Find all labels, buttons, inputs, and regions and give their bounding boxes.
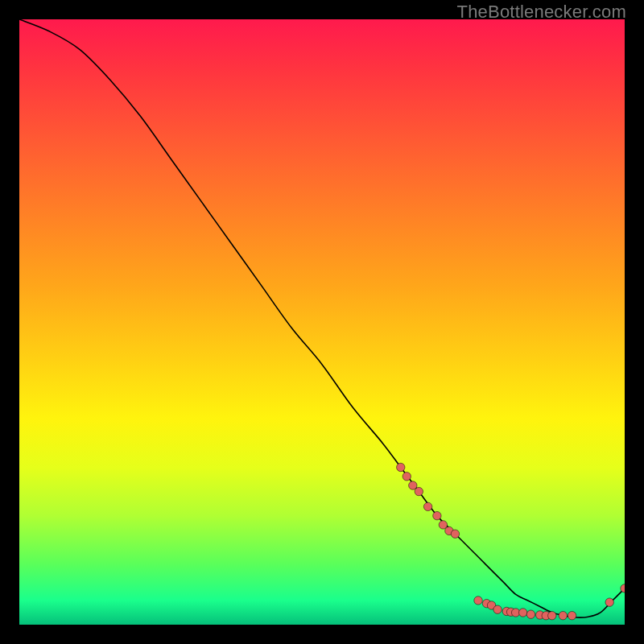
data-marker — [433, 511, 441, 519]
chart-svg — [19, 19, 625, 625]
data-marker — [451, 530, 459, 538]
bottleneck-curve — [19, 19, 625, 617]
markers-group — [397, 463, 625, 620]
chart-frame: TheBottlenecker.com — [0, 0, 644, 644]
data-marker — [605, 598, 613, 606]
data-marker — [415, 487, 423, 495]
data-marker — [409, 481, 417, 489]
data-marker — [402, 473, 411, 481]
data-marker — [493, 605, 502, 613]
plot-area — [19, 19, 625, 625]
data-marker — [439, 521, 447, 529]
data-marker — [559, 612, 567, 620]
data-marker — [526, 610, 535, 618]
data-marker — [423, 502, 431, 510]
data-marker — [548, 612, 556, 620]
data-marker — [518, 609, 526, 617]
data-marker — [397, 463, 405, 471]
data-marker — [474, 597, 482, 605]
data-marker — [568, 612, 576, 620]
